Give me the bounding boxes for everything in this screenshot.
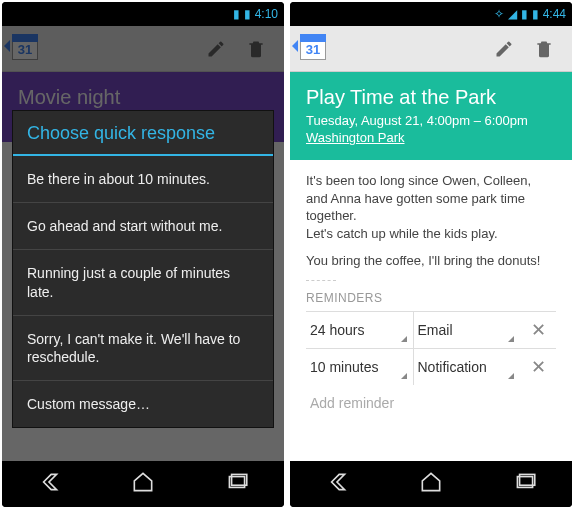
close-icon: ✕ (531, 320, 546, 340)
back-button[interactable] (36, 469, 62, 499)
dialog-title: Choose quick response (13, 111, 273, 156)
reminder-row: 10 minutes Notification ✕ (306, 348, 556, 385)
quick-response-option[interactable]: Be there in about 10 minutes. (13, 156, 273, 203)
reminder-method-spinner[interactable]: Email (414, 312, 521, 348)
divider (306, 280, 336, 281)
event-description: It's been too long since Owen, Colleen, … (306, 172, 556, 242)
reminder-method-spinner[interactable]: Notification (414, 349, 521, 385)
status-bar: ✧ ◢ ▮ ▮ 4:44 (290, 2, 572, 26)
event-subtitle: Tuesday, August 21, 4:00pm – 6:00pm (306, 113, 556, 128)
event-body: It's been too long since Owen, Colleen, … (290, 160, 572, 461)
home-icon (418, 469, 444, 495)
signal-icon: ▮ (521, 7, 528, 21)
back-button[interactable] (324, 469, 350, 499)
home-icon (130, 469, 156, 495)
delete-button[interactable] (524, 29, 564, 69)
quick-response-option[interactable]: Sorry, I can't make it. We'll have to re… (13, 316, 273, 381)
recents-button[interactable] (224, 469, 250, 499)
home-button[interactable] (130, 469, 156, 499)
back-icon (36, 469, 62, 495)
home-button[interactable] (418, 469, 444, 499)
reminder-row: 24 hours Email ✕ (306, 311, 556, 348)
phone-left: ▮ ▮ 4:10 31 Movie night T C liz R A Choo… (2, 2, 284, 507)
event-description: You bring the coffee, I'll bring the don… (306, 252, 556, 270)
recents-button[interactable] (512, 469, 538, 499)
wifi-icon: ◢ (508, 7, 517, 21)
system-nav-bar (290, 461, 572, 507)
quick-response-option[interactable]: Custom message… (13, 381, 273, 427)
back-icon (324, 469, 350, 495)
reminders-label: REMINDERS (306, 291, 556, 305)
status-time: 4:10 (255, 7, 278, 21)
close-icon: ✕ (531, 357, 546, 377)
trash-icon (534, 39, 554, 59)
battery-icon: ▮ (244, 7, 251, 21)
event-header: Play Time at the Park Tuesday, August 21… (290, 72, 572, 160)
quick-response-dialog: Choose quick response Be there in about … (12, 110, 274, 428)
signal-icon: ▮ (233, 7, 240, 21)
battery-icon: ▮ (532, 7, 539, 21)
reminder-time-spinner[interactable]: 10 minutes (306, 349, 414, 385)
event-location[interactable]: Washington Park (306, 130, 405, 145)
phone-right: ✧ ◢ ▮ ▮ 4:44 31 Play Time at the Park Tu… (290, 2, 572, 507)
status-bar: ▮ ▮ 4:10 (2, 2, 284, 26)
remove-reminder-button[interactable]: ✕ (520, 356, 556, 378)
recents-icon (224, 469, 250, 495)
pencil-icon (494, 39, 514, 59)
event-title: Play Time at the Park (306, 86, 556, 109)
calendar-app-icon[interactable]: 31 (298, 34, 328, 64)
add-reminder-button[interactable]: Add reminder (306, 385, 556, 421)
system-nav-bar (2, 461, 284, 507)
reminder-time-spinner[interactable]: 24 hours (306, 312, 414, 348)
status-time: 4:44 (543, 7, 566, 21)
recents-icon (512, 469, 538, 495)
remove-reminder-button[interactable]: ✕ (520, 319, 556, 341)
calendar-day-number: 31 (300, 42, 326, 57)
quick-response-option[interactable]: Running just a couple of minutes late. (13, 250, 273, 315)
quick-response-option[interactable]: Go ahead and start without me. (13, 203, 273, 250)
vibrate-icon: ✧ (494, 7, 504, 21)
action-bar: 31 (290, 26, 572, 72)
edit-button[interactable] (484, 29, 524, 69)
